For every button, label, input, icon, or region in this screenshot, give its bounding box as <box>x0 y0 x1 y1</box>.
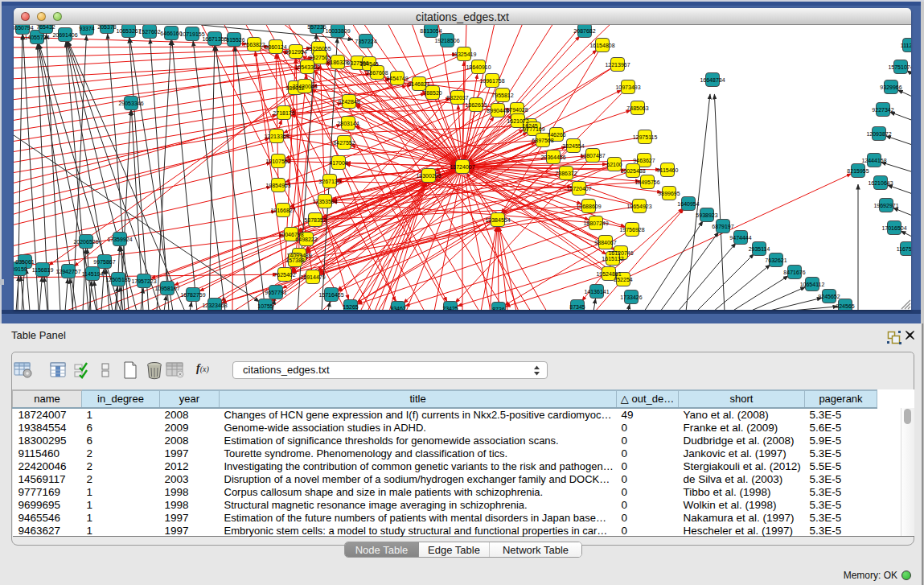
svg-text:8650794: 8650794 <box>14 25 34 31</box>
svg-text:9899695: 9899695 <box>658 191 680 196</box>
svg-text:19218506: 19218506 <box>434 38 459 43</box>
svg-text:9115460: 9115460 <box>657 167 679 173</box>
svg-text:9146821: 9146821 <box>408 81 429 87</box>
svg-text:9463627: 9463627 <box>633 158 655 163</box>
svg-text:252254: 252254 <box>614 277 632 282</box>
svg-text:12323468: 12323468 <box>202 303 227 308</box>
svg-text:765432: 765432 <box>36 25 55 30</box>
svg-text:1167533: 1167533 <box>897 246 911 252</box>
svg-text:9245652: 9245652 <box>818 294 840 299</box>
svg-text:8813054: 8813054 <box>420 28 441 34</box>
svg-text:5938923: 5938923 <box>696 212 717 218</box>
svg-text:19654923: 19654923 <box>626 204 651 209</box>
svg-text:18495756: 18495756 <box>634 179 659 185</box>
svg-text:835061: 835061 <box>15 259 34 265</box>
svg-text:111278: 111278 <box>901 43 911 48</box>
svg-text:10654112: 10654112 <box>800 282 825 287</box>
svg-text:9975867: 9975867 <box>93 259 115 265</box>
svg-text:7663822: 7663822 <box>243 42 265 47</box>
svg-text:16648784: 16648784 <box>700 77 725 83</box>
svg-text:10807487: 10807487 <box>580 153 605 159</box>
svg-text:20691406: 20691406 <box>52 32 77 38</box>
svg-text:19524861: 19524861 <box>596 271 621 277</box>
svg-text:1640954: 1640954 <box>677 201 699 207</box>
svg-text:3824554: 3824554 <box>562 143 584 149</box>
svg-text:8860124: 8860124 <box>265 44 286 50</box>
svg-text:5878352: 5878352 <box>304 217 326 223</box>
svg-text:2867608: 2867608 <box>366 70 388 76</box>
svg-text:417004: 417004 <box>329 160 347 166</box>
svg-text:6897568: 6897568 <box>532 138 553 143</box>
svg-text:15716485: 15716485 <box>318 292 343 298</box>
svg-text:15720407: 15720407 <box>566 186 591 192</box>
svg-text:8471676: 8471676 <box>783 270 805 275</box>
svg-text:12093872: 12093872 <box>866 131 891 137</box>
svg-text:9242848: 9242848 <box>338 99 359 105</box>
svg-text:16154808: 16154808 <box>589 43 614 48</box>
svg-text:23425: 23425 <box>442 306 458 311</box>
svg-text:12975115: 12975115 <box>633 134 658 140</box>
svg-text:18640910: 18640910 <box>466 64 491 70</box>
svg-text:20364456: 20364456 <box>540 154 565 160</box>
svg-text:10543362: 10543362 <box>294 64 319 70</box>
svg-text:746266: 746266 <box>547 132 565 138</box>
svg-text:924565: 924565 <box>836 303 854 309</box>
svg-text:23420046: 23420046 <box>292 84 317 89</box>
svg-text:11325419: 11325419 <box>452 51 477 57</box>
svg-text:8186328: 8186328 <box>326 60 348 65</box>
svg-text:1733426: 1733426 <box>620 295 642 300</box>
svg-text:15265: 15265 <box>343 304 359 310</box>
svg-text:788520: 788520 <box>423 90 441 96</box>
svg-text:12942757: 12942757 <box>55 269 80 274</box>
svg-text:9657791: 9657791 <box>265 290 286 295</box>
svg-text:7632621: 7632621 <box>765 257 786 263</box>
svg-text:2718176: 2718176 <box>273 110 294 116</box>
svg-text:15751074: 15751074 <box>888 64 911 70</box>
svg-text:16914479: 16914479 <box>300 274 325 280</box>
svg-text:93374: 93374 <box>79 26 95 31</box>
svg-text:18300295: 18300295 <box>416 173 441 179</box>
svg-text:10958107: 10958107 <box>154 286 179 291</box>
svg-text:7625402: 7625402 <box>273 272 295 278</box>
svg-text:12353594: 12353594 <box>312 199 337 204</box>
svg-text:87345: 87345 <box>569 304 585 310</box>
svg-text:93462: 93462 <box>390 306 406 311</box>
svg-text:29053346: 29053346 <box>118 101 143 106</box>
svg-text:2803144: 2803144 <box>337 121 359 126</box>
svg-text:19756928: 19756928 <box>619 227 644 233</box>
svg-text:1615132: 1615132 <box>602 256 623 262</box>
svg-text:62100: 62100 <box>606 162 622 167</box>
svg-text:10025488: 10025488 <box>620 168 645 174</box>
svg-text:16033809: 16033809 <box>325 28 350 34</box>
svg-text:3267130: 3267130 <box>318 179 340 184</box>
svg-text:19384554: 19384554 <box>485 217 510 223</box>
svg-text:6879197: 6879197 <box>712 224 733 229</box>
svg-text:10107552: 10107552 <box>265 159 290 164</box>
svg-text:39159: 39159 <box>14 266 27 272</box>
svg-text:14055724: 14055724 <box>24 35 49 40</box>
svg-text:8322037: 8322037 <box>446 95 468 101</box>
svg-text:1362615: 1362615 <box>465 102 487 108</box>
svg-text:7357224: 7357224 <box>355 39 376 44</box>
svg-text:7386372: 7386372 <box>555 171 577 176</box>
svg-text:1145194: 1145194 <box>82 271 104 277</box>
svg-text:9777169: 9777169 <box>523 126 544 132</box>
svg-text:18807249: 18807249 <box>583 220 608 226</box>
svg-text:17359924: 17359924 <box>107 237 132 242</box>
svg-text:18724007: 18724007 <box>450 164 474 170</box>
svg-text:8215955: 8215955 <box>847 168 869 174</box>
svg-text:9884067: 9884067 <box>594 240 616 245</box>
svg-text:1156819: 1156819 <box>32 267 54 273</box>
svg-text:16782759: 16782759 <box>180 292 205 298</box>
svg-text:20206526: 20206526 <box>73 239 98 245</box>
svg-text:10961758: 10961758 <box>479 78 504 84</box>
svg-text:10653267: 10653267 <box>116 28 141 34</box>
svg-text:12444158: 12444158 <box>861 158 886 163</box>
svg-text:9329966: 9329966 <box>880 84 901 90</box>
svg-text:205378: 205378 <box>97 25 116 30</box>
svg-text:10973493: 10973493 <box>615 84 640 90</box>
svg-text:14136141: 14136141 <box>584 289 609 295</box>
svg-text:8912954: 8912954 <box>285 49 306 55</box>
svg-text:157388: 157388 <box>285 257 304 263</box>
svg-text:2935114: 2935114 <box>749 246 770 252</box>
